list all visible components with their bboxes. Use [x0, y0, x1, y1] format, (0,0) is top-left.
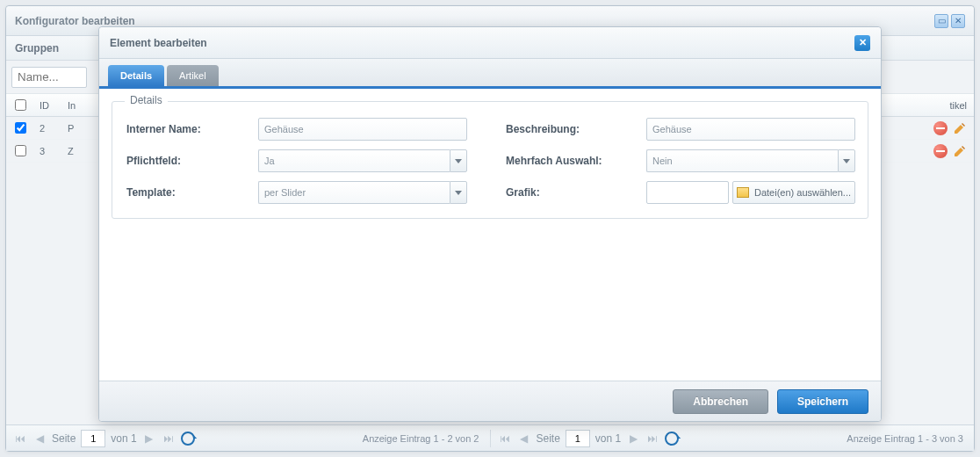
fieldset-legend: Details — [125, 94, 168, 106]
edit-icon[interactable] — [953, 121, 967, 135]
chevron-down-icon[interactable] — [838, 149, 855, 172]
modal-body: Details Interner Name: Beschreibung: Pfl… — [99, 89, 881, 381]
template-value[interactable] — [258, 181, 450, 204]
row-id: 2 — [34, 123, 62, 134]
prev-page-icon[interactable]: ◀ — [517, 432, 531, 446]
details-fieldset: Details Interner Name: Beschreibung: Pfl… — [112, 101, 868, 219]
edit-icon[interactable] — [953, 144, 967, 158]
label-beschreibung: Beschreibung: — [506, 123, 646, 135]
tab-strip: Details Artikel — [99, 59, 881, 89]
page-of-label: von 1 — [595, 432, 621, 445]
page-label: Seite — [537, 432, 560, 445]
row-checkbox[interactable] — [15, 145, 26, 156]
pflichtfeld-value[interactable] — [258, 149, 450, 172]
col-tail: tikel — [912, 100, 974, 111]
name-filter-input[interactable] — [11, 67, 87, 88]
label-mehrfach: Mehrfach Auswahl: — [506, 155, 646, 167]
last-page-icon[interactable]: ⏭ — [645, 432, 659, 446]
page-of-label: von 1 — [111, 432, 136, 445]
groups-label: Gruppen — [15, 42, 59, 54]
pflichtfeld-select[interactable] — [258, 149, 467, 172]
last-page-icon[interactable]: ⏭ — [162, 432, 176, 446]
delete-icon[interactable] — [933, 144, 948, 158]
label-template: Template: — [126, 186, 258, 199]
page-input[interactable] — [81, 430, 105, 447]
pager-right: ⏮ ◀ Seite von 1 ▶ ⏭ Anzeige Eintrag 1 - … — [491, 430, 975, 447]
tab-artikel[interactable]: Artikel — [167, 65, 219, 86]
label-interner-name: Interner Name: — [126, 123, 258, 135]
next-page-icon[interactable]: ▶ — [626, 432, 640, 446]
template-select[interactable] — [258, 181, 467, 204]
file-select-button[interactable]: Datei(en) auswählen... — [732, 181, 855, 204]
tab-details[interactable]: Details — [108, 65, 164, 86]
col-id[interactable]: ID — [34, 100, 62, 111]
label-pflichtfeld: Pflichtfeld: — [126, 155, 258, 167]
delete-icon[interactable] — [933, 121, 948, 135]
mehrfach-select[interactable] — [646, 149, 855, 172]
save-button[interactable]: Speichern — [777, 389, 868, 414]
chevron-down-icon[interactable] — [450, 181, 467, 204]
close-icon[interactable]: ✕ — [951, 14, 965, 28]
row-id: 3 — [34, 146, 62, 156]
paging-footer: ⏮ ◀ Seite von 1 ▶ ⏭ Anzeige Eintrag 1 - … — [6, 424, 974, 451]
image-icon — [737, 187, 749, 198]
file-select-label: Datei(en) auswählen... — [754, 187, 851, 198]
paging-status-left: Anzeige Eintrag 1 - 2 von 2 — [363, 433, 490, 444]
row-checkbox[interactable] — [15, 122, 26, 134]
first-page-icon[interactable]: ⏮ — [13, 432, 27, 446]
interner-name-field[interactable] — [258, 118, 467, 141]
next-page-icon[interactable]: ▶ — [142, 432, 156, 446]
cancel-button[interactable]: Abbrechen — [673, 389, 768, 414]
modal-close-icon[interactable]: ✕ — [854, 35, 870, 51]
first-page-icon[interactable]: ⏮ — [498, 432, 512, 446]
paging-status-right: Anzeige Eintrag 1 - 3 von 3 — [847, 433, 974, 444]
select-all-checkbox[interactable] — [15, 99, 26, 111]
grafik-display — [646, 181, 729, 204]
mehrfach-value[interactable] — [646, 149, 838, 172]
page-input[interactable] — [566, 430, 590, 447]
pager-left: ⏮ ◀ Seite von 1 ▶ ⏭ Anzeige Eintrag 1 - … — [6, 430, 491, 447]
refresh-icon[interactable] — [665, 432, 679, 446]
modal-footer: Abbrechen Speichern — [99, 381, 881, 421]
chevron-down-icon[interactable] — [450, 149, 467, 172]
label-grafik: Grafik: — [506, 186, 646, 199]
edit-element-modal: Element bearbeiten ✕ Details Artikel Det… — [98, 26, 882, 422]
prev-page-icon[interactable]: ◀ — [32, 432, 47, 446]
modal-titlebar: Element bearbeiten ✕ — [99, 27, 881, 59]
page-label: Seite — [52, 432, 76, 445]
window-tools: ▭ ✕ — [934, 14, 965, 28]
beschreibung-field[interactable] — [646, 118, 855, 141]
outer-window-title: Konfigurator bearbeiten — [15, 15, 135, 27]
refresh-icon[interactable] — [181, 432, 195, 446]
modal-title: Element bearbeiten — [110, 37, 207, 49]
collapse-icon[interactable]: ▭ — [934, 14, 948, 28]
